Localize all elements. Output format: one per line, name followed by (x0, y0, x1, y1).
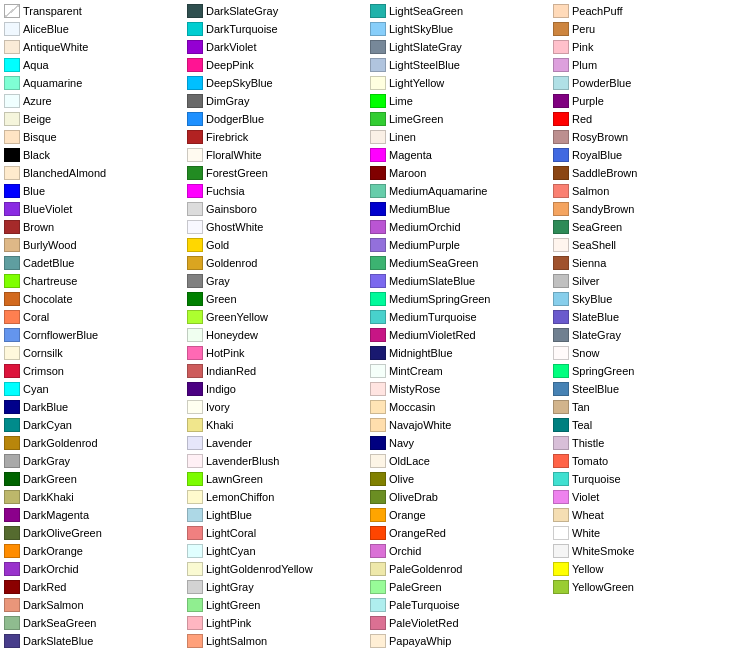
list-item[interactable]: Blue (2, 182, 185, 200)
list-item[interactable]: White (551, 524, 734, 542)
list-item[interactable]: LightCyan (185, 542, 368, 560)
list-item[interactable]: MintCream (368, 362, 551, 380)
list-item[interactable]: Yellow (551, 560, 734, 578)
list-item[interactable]: Wheat (551, 506, 734, 524)
list-item[interactable]: Tomato (551, 452, 734, 470)
list-item[interactable]: MidnightBlue (368, 344, 551, 362)
list-item[interactable]: Ivory (185, 398, 368, 416)
list-item[interactable]: BlanchedAlmond (2, 164, 185, 182)
list-item[interactable]: Lavender (185, 434, 368, 452)
list-item[interactable]: Chartreuse (2, 272, 185, 290)
list-item[interactable]: Gray (185, 272, 368, 290)
list-item[interactable]: SeaGreen (551, 218, 734, 236)
list-item[interactable]: LightCoral (185, 524, 368, 542)
list-item[interactable]: Snow (551, 344, 734, 362)
list-item[interactable]: DarkSlateBlue (2, 632, 185, 650)
list-item[interactable]: FloralWhite (185, 146, 368, 164)
list-item[interactable]: Indigo (185, 380, 368, 398)
list-item[interactable]: Plum (551, 56, 734, 74)
list-item[interactable]: SteelBlue (551, 380, 734, 398)
list-item[interactable]: Green (185, 290, 368, 308)
list-item[interactable]: LightSteelBlue (368, 56, 551, 74)
list-item[interactable]: Salmon (551, 182, 734, 200)
list-item[interactable]: SkyBlue (551, 290, 734, 308)
list-item[interactable]: Turquoise (551, 470, 734, 488)
list-item[interactable]: DarkKhaki (2, 488, 185, 506)
list-item[interactable]: Thistle (551, 434, 734, 452)
list-item[interactable]: Purple (551, 92, 734, 110)
list-item[interactable]: SlateBlue (551, 308, 734, 326)
list-item[interactable]: LavenderBlush (185, 452, 368, 470)
list-item[interactable]: Navy (368, 434, 551, 452)
list-item[interactable]: BlueViolet (2, 200, 185, 218)
list-item[interactable]: Aqua (2, 56, 185, 74)
list-item[interactable]: Peru (551, 20, 734, 38)
list-item[interactable]: LightGreen (185, 596, 368, 614)
list-item[interactable]: Magenta (368, 146, 551, 164)
list-item[interactable]: Beige (2, 110, 185, 128)
list-item[interactable]: Cornsilk (2, 344, 185, 362)
list-item[interactable]: MediumOrchid (368, 218, 551, 236)
list-item[interactable]: Lime (368, 92, 551, 110)
list-item[interactable]: DarkBlue (2, 398, 185, 416)
list-item[interactable]: DarkMagenta (2, 506, 185, 524)
list-item[interactable]: Coral (2, 308, 185, 326)
list-item[interactable]: DarkOrange (2, 542, 185, 560)
list-item[interactable]: DeepPink (185, 56, 368, 74)
list-item[interactable]: Goldenrod (185, 254, 368, 272)
list-item[interactable]: DarkGreen (2, 470, 185, 488)
list-item[interactable]: Brown (2, 218, 185, 236)
list-item[interactable]: Violet (551, 488, 734, 506)
list-item[interactable]: LightSlateGray (368, 38, 551, 56)
list-item[interactable]: MediumAquamarine (368, 182, 551, 200)
list-item[interactable]: PaleGoldenrod (368, 560, 551, 578)
list-item[interactable]: LightBlue (185, 506, 368, 524)
list-item[interactable]: Maroon (368, 164, 551, 182)
list-item[interactable]: LightSeaGreen (368, 2, 551, 20)
list-item[interactable]: Chocolate (2, 290, 185, 308)
list-item[interactable]: DarkSalmon (2, 596, 185, 614)
list-item[interactable]: Azure (2, 92, 185, 110)
list-item[interactable]: WhiteSmoke (551, 542, 734, 560)
list-item[interactable]: Fuchsia (185, 182, 368, 200)
list-item[interactable]: SeaShell (551, 236, 734, 254)
list-item[interactable]: HotPink (185, 344, 368, 362)
list-item[interactable]: MediumPurple (368, 236, 551, 254)
list-item[interactable]: Silver (551, 272, 734, 290)
list-item[interactable]: DarkRed (2, 578, 185, 596)
list-item[interactable]: DodgerBlue (185, 110, 368, 128)
list-item[interactable]: Sienna (551, 254, 734, 272)
list-item[interactable]: Pink (551, 38, 734, 56)
list-item[interactable]: GhostWhite (185, 218, 368, 236)
list-item[interactable]: PeachPuff (551, 2, 734, 20)
list-item[interactable]: NavajoWhite (368, 416, 551, 434)
list-item[interactable]: BurlyWood (2, 236, 185, 254)
list-item[interactable]: MediumSpringGreen (368, 290, 551, 308)
list-item[interactable]: Bisque (2, 128, 185, 146)
list-item[interactable]: DarkCyan (2, 416, 185, 434)
list-item[interactable]: DarkSlateGray (185, 2, 368, 20)
list-item[interactable]: PapayaWhip (368, 632, 551, 650)
list-item[interactable]: MediumVioletRed (368, 326, 551, 344)
list-item[interactable]: AliceBlue (2, 20, 185, 38)
list-item[interactable]: RoyalBlue (551, 146, 734, 164)
list-item[interactable]: DeepSkyBlue (185, 74, 368, 92)
list-item[interactable]: Crimson (2, 362, 185, 380)
list-item[interactable]: LightSkyBlue (368, 20, 551, 38)
list-item[interactable]: SpringGreen (551, 362, 734, 380)
list-item[interactable]: LawnGreen (185, 470, 368, 488)
list-item[interactable]: DarkGray (2, 452, 185, 470)
list-item[interactable]: Black (2, 146, 185, 164)
list-item[interactable]: DarkOrchid (2, 560, 185, 578)
list-item[interactable]: LightPink (185, 614, 368, 632)
list-item[interactable]: CadetBlue (2, 254, 185, 272)
list-item[interactable]: Firebrick (185, 128, 368, 146)
list-item[interactable]: OldLace (368, 452, 551, 470)
list-item[interactable]: Orchid (368, 542, 551, 560)
list-item[interactable]: GreenYellow (185, 308, 368, 326)
list-item[interactable]: PaleVioletRed (368, 614, 551, 632)
list-item[interactable]: LightGoldenrodYellow (185, 560, 368, 578)
list-item[interactable]: Orange (368, 506, 551, 524)
list-item[interactable]: Red (551, 110, 734, 128)
list-item[interactable]: MediumSeaGreen (368, 254, 551, 272)
